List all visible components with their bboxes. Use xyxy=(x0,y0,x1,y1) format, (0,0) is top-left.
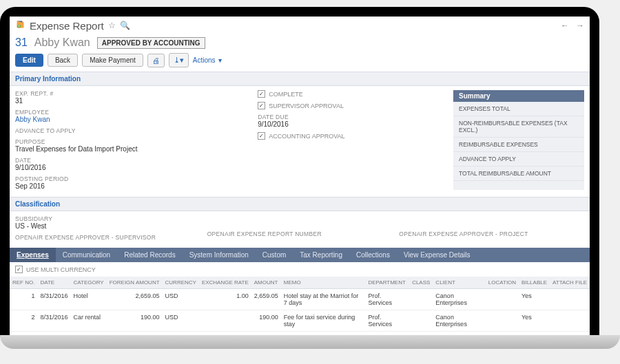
cell-rate: 1.00 xyxy=(199,289,251,310)
th-currency[interactable]: CURRENCY xyxy=(163,277,199,289)
cell-amount: 190.00 xyxy=(251,310,281,332)
sub-tabbar: Expenses Communication Related Records S… xyxy=(10,248,590,262)
expense-report-icon: $ xyxy=(15,19,25,32)
value-subsidiary: US - West xyxy=(15,222,200,230)
tab-custom[interactable]: Custom xyxy=(256,248,293,262)
tab-view-expense-details[interactable]: View Expense Details xyxy=(397,248,477,262)
label-exp-rept: EXP. REPT. # xyxy=(15,90,251,97)
th-class[interactable]: CLASS xyxy=(409,277,433,289)
actions-menu[interactable]: Actions ▾ xyxy=(193,56,222,64)
cell-date: 8/31/2016 xyxy=(37,289,70,310)
tab-expenses[interactable]: Expenses xyxy=(10,248,56,262)
record-ident: 31 Abby Kwan APPROVED BY ACCOUNTING xyxy=(10,35,590,53)
summary-item: REIMBURSABLE EXPENSES xyxy=(453,138,584,152)
svg-text:$: $ xyxy=(19,25,20,28)
th-attach-file[interactable]: ATTACH FILE xyxy=(550,277,590,289)
tab-collections[interactable]: Collections xyxy=(349,248,397,262)
th-exchange-rate[interactable]: EXCHANGE RATE xyxy=(199,277,251,289)
print-icon[interactable]: 🖨 xyxy=(147,54,165,67)
cell-amount: 2,659.05 xyxy=(251,289,281,310)
th-memo[interactable]: MEMO xyxy=(281,277,366,289)
checkbox-multicurrency: ✓ xyxy=(15,266,23,273)
label-multicurrency: USE MULTI CURRENCY xyxy=(26,266,96,273)
employee-name: Abby Kwan xyxy=(34,36,90,49)
label-advance: ADVANCE TO APPLY xyxy=(15,127,251,134)
cell-currency: USD xyxy=(163,310,199,332)
cell-memo: Fee for taxi service during stay xyxy=(281,310,366,332)
value-datedue: 9/10/2016 xyxy=(258,120,446,128)
search-icon[interactable]: 🔍 xyxy=(120,21,130,30)
table-row[interactable]: 28/31/2016Car rental190.00USD190.00Fee f… xyxy=(10,310,590,332)
cell-ref: 1 xyxy=(10,289,37,310)
summary-panel: Summary EXPENSES TOTAL NON-REIMBURSABLE … xyxy=(453,90,584,190)
value-purpose: Travel Expenses for Data Import Project xyxy=(15,145,251,153)
summary-item: ADVANCE TO APPLY xyxy=(453,152,584,167)
cell-class xyxy=(409,310,433,332)
th-client[interactable]: CLIENT xyxy=(433,277,485,289)
tab-related-records[interactable]: Related Records xyxy=(117,248,182,262)
primary-info-body: EXP. REPT. # 31 EMPLOYEE Abby Kwan ADVAN… xyxy=(10,86,590,197)
cell-location xyxy=(486,289,519,310)
classification-body: SUBSIDIARY US - West OPENAIR EXPENSE APP… xyxy=(10,211,590,248)
tab-tax-reporting[interactable]: Tax Reporting xyxy=(293,248,349,262)
label-employee: EMPLOYEE xyxy=(15,109,251,116)
label-acct-approval: ACCOUNTING APPROVAL xyxy=(269,133,344,140)
cell-attach xyxy=(550,310,590,332)
th-date[interactable]: DATE xyxy=(37,277,70,289)
title-bar: $ Expense Report ☆ 🔍 ← → xyxy=(10,17,590,35)
status-badge: APPROVED BY ACCOUNTING xyxy=(97,37,205,49)
expenses-table: REF NO. DATE CATEGORY FOREIGN AMOUNT CUR… xyxy=(10,277,590,336)
cell-client[interactable]: Canon Enterprises xyxy=(433,310,485,332)
th-billable[interactable]: BILLABLE xyxy=(519,277,550,289)
cell-billable: Yes xyxy=(519,289,550,310)
value-employee[interactable]: Abby Kwan xyxy=(15,116,251,123)
cell-ref: 2 xyxy=(10,310,37,332)
cell-date: 8/31/2016 xyxy=(37,310,70,332)
section-primary-header: Primary Information xyxy=(10,72,590,86)
cell-dept: Prof. Services xyxy=(365,289,409,310)
nav-back-icon[interactable]: ← xyxy=(561,21,569,30)
page-title: Expense Report xyxy=(30,20,104,32)
cell-rate xyxy=(199,310,251,332)
cell-class xyxy=(409,289,433,310)
label-approver-proj: OPENAIR EXPENSE APPROVER - PROJECT xyxy=(399,231,584,237)
value-date: 9/10/2016 xyxy=(15,164,251,171)
table-row[interactable]: 18/31/2016Hotel2,659.05USD1.002,659.05Ho… xyxy=(10,289,590,310)
label-report-num: OPENAIR EXPENSE REPORT NUMBER xyxy=(207,231,393,237)
summary-item: NON-REIMBURSABLE EXPENSES (TAX EXCL.) xyxy=(453,116,584,138)
th-category[interactable]: CATEGORY xyxy=(71,277,107,289)
make-payment-button[interactable]: Make Payment xyxy=(82,54,143,67)
star-icon[interactable]: ☆ xyxy=(108,21,116,30)
cell-dept: Prof. Services xyxy=(365,310,409,332)
tab-system-information[interactable]: System Information xyxy=(183,248,256,262)
checkbox-complete: ✓ xyxy=(258,90,265,98)
cell-client[interactable]: Canon Enterprises xyxy=(433,289,485,310)
summary-item: TOTAL REIMBURSABLE AMOUNT xyxy=(453,167,584,181)
record-number: 31 xyxy=(15,36,28,49)
back-button[interactable]: Back xyxy=(48,54,78,67)
checkbox-sup-approval: ✓ xyxy=(258,102,265,109)
tab-communication[interactable]: Communication xyxy=(56,248,117,262)
label-posting: POSTING PERIOD xyxy=(15,175,251,182)
cell-foreign: 190.00 xyxy=(107,310,163,332)
th-location[interactable]: LOCATION xyxy=(486,277,519,289)
label-complete: COMPLETE xyxy=(269,91,303,98)
label-subsidiary: SUBSIDIARY xyxy=(15,215,200,222)
label-sup-approval: SUPERVISOR APPROVAL xyxy=(269,103,344,109)
checkbox-acct-approval: ✓ xyxy=(258,132,265,140)
cell-location xyxy=(486,310,519,332)
label-purpose: PURPOSE xyxy=(15,138,251,145)
section-classification-header: Classification xyxy=(10,197,590,211)
th-amount[interactable]: AMOUNT xyxy=(251,277,281,289)
toolbar-top: Edit Back Make Payment 🖨 ⤓▾ Actions ▾ xyxy=(10,53,590,72)
cell-currency: USD xyxy=(163,289,199,310)
nav-forward-icon[interactable]: → xyxy=(576,21,584,30)
cell-attach xyxy=(550,289,590,310)
th-foreign-amount[interactable]: FOREIGN AMOUNT xyxy=(107,277,163,289)
summary-item: EXPENSES TOTAL xyxy=(453,102,584,116)
edit-button[interactable]: Edit xyxy=(15,54,43,67)
th-ref[interactable]: REF NO. xyxy=(10,277,37,289)
value-posting: Sep 2016 xyxy=(15,182,251,190)
th-department[interactable]: DEPARTMENT xyxy=(365,277,409,289)
export-icon[interactable]: ⤓▾ xyxy=(169,53,189,67)
